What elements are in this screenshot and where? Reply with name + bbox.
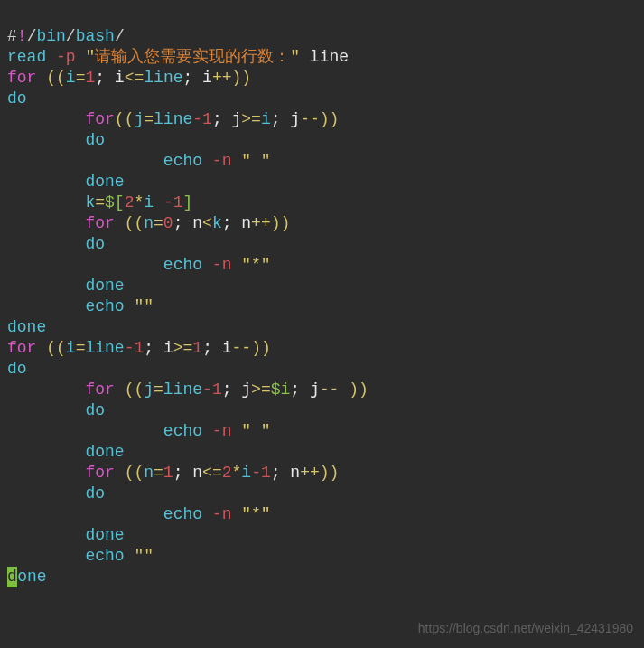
code-line: done	[7, 277, 125, 295]
code-line: done	[7, 526, 125, 544]
code-line: echo ""	[7, 547, 154, 565]
code-line: for((j=line-1; j>=i; j--))	[7, 110, 339, 128]
code-line: for ((j=line-1; j>=$i; j-- ))	[7, 380, 369, 399]
code-line: k=$[2*i -1]	[7, 193, 192, 211]
code-line: for ((n=1; n<=2*i-1; n++))	[7, 464, 339, 482]
code-line: for ((i=1; i<=line; i++))	[7, 69, 251, 87]
code-line: echo -n " "	[7, 152, 271, 170]
code-line: do	[7, 131, 105, 149]
code-line: done	[7, 318, 46, 336]
watermark-text: https://blog.csdn.net/weixin_42431980	[418, 618, 633, 639]
code-line: do	[7, 360, 27, 378]
code-line: for ((i=line-1; i>=1; i--))	[7, 339, 271, 357]
code-line: echo ""	[7, 297, 154, 315]
cursor: d	[7, 567, 17, 587]
code-line: do	[7, 484, 105, 502]
code-line: echo -n "*"	[7, 505, 271, 523]
code-line: echo -n "*"	[7, 256, 271, 274]
code-line: done	[7, 173, 125, 191]
code-line: echo -n " "	[7, 422, 271, 440]
code-line: for ((n=0; n<k; n++))	[7, 214, 290, 232]
code-line: do	[7, 401, 105, 419]
code-line: read -p "请输入您需要实现的行数：" line	[7, 48, 349, 66]
code-block: #!/bin/bash/ read -p "请输入您需要实现的行数：" line…	[7, 5, 637, 587]
code-line: do	[7, 89, 27, 108]
code-line: done	[7, 568, 47, 586]
code-line: #!/bin/bash/	[7, 27, 125, 45]
code-line: done	[7, 443, 125, 461]
code-line: do	[7, 235, 105, 253]
